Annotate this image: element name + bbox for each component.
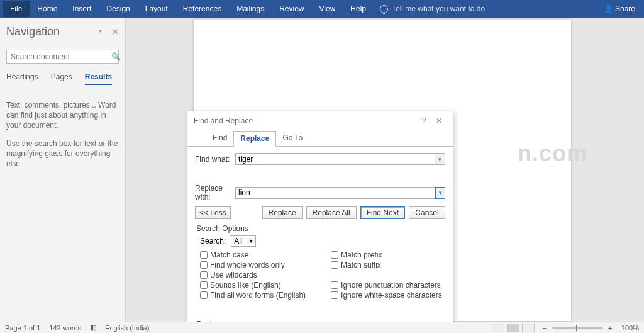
zoom-slider[interactable] [552,327,602,329]
chk-match-suffix[interactable]: Match suffix [331,261,442,269]
tab-insert[interactable]: Insert [65,1,99,17]
status-bar: Page 1 of 1 142 words ◧ English (India) … [0,322,644,333]
nav-tab-headings[interactable]: Headings [6,72,38,85]
tab-view[interactable]: View [312,1,343,17]
replace-with-combo[interactable]: ▾ [235,187,445,199]
find-what-label: Find what: [195,155,235,164]
tab-layout[interactable]: Layout [138,1,175,17]
find-replace-dialog: Find and Replace ? ✕ Find Replace Go To … [187,111,453,333]
zoom-out-button[interactable]: − [541,324,548,332]
view-print-layout[interactable] [507,324,519,332]
search-direction-label: Search: [200,237,226,246]
chk-wildcards[interactable]: Use wildcards [200,271,306,279]
chevron-down-icon: ▾ [247,238,255,244]
search-input[interactable] [7,52,109,61]
view-read-mode[interactable] [492,324,504,332]
search-options-label: Search Options [196,224,445,233]
watermark: n.com [518,140,587,167]
nav-message: Text, comments, pictures... Word can fin… [6,100,119,169]
replace-with-input[interactable] [236,188,436,198]
dialog-tabs: Find Replace Go To [187,130,453,146]
dialog-help-icon[interactable]: ? [416,116,431,125]
chk-match-case[interactable]: Match case [200,251,306,259]
dialog-close-icon[interactable]: ✕ [431,116,447,125]
zoom-level[interactable]: 100% [621,324,639,332]
tab-review[interactable]: Review [272,1,311,17]
tab-file[interactable]: File [3,1,30,17]
share-button[interactable]: 👤 Share [604,4,635,13]
chevron-down-icon[interactable]: ▾ [435,154,445,164]
nav-tab-results[interactable]: Results [85,72,112,85]
view-buttons [492,324,535,332]
tab-references[interactable]: References [175,1,229,17]
tab-home[interactable]: Home [30,1,65,17]
search-icon[interactable]: 🔍 [109,52,123,61]
nav-tab-pages[interactable]: Pages [51,72,72,85]
less-button[interactable]: << Less [195,206,231,219]
chevron-down-icon[interactable]: ▾ [435,187,445,199]
ribbon-tabs: File Home Insert Design Layout Reference… [3,1,374,17]
nav-dropdown-icon[interactable]: ▾ [99,27,102,37]
status-words[interactable]: 142 words [49,324,81,332]
find-what-combo[interactable]: ▾ [235,153,445,165]
lightbulb-icon [380,5,388,13]
tell-me-search[interactable]: Tell me what you want to do [380,4,485,13]
view-web-layout[interactable] [522,324,535,332]
dialog-tab-find[interactable]: Find [206,131,233,147]
cancel-button[interactable]: Cancel [409,206,445,219]
dialog-titlebar[interactable]: Find and Replace ? ✕ [187,111,453,130]
dialog-title: Find and Replace [194,116,416,125]
dialog-tab-replace[interactable]: Replace [233,131,276,147]
status-language[interactable]: English (India) [105,324,149,332]
nav-close-icon[interactable]: ✕ [112,27,119,37]
replace-button[interactable]: Replace [262,206,303,219]
replace-with-label: Replace with: [195,184,235,201]
chk-ignore-punct[interactable]: Ignore punctuation characters [331,281,442,290]
tab-help[interactable]: Help [343,1,374,17]
nav-search-box[interactable]: 🔍 ▾ [6,50,119,64]
tell-me-label: Tell me what you want to do [392,4,485,13]
chk-match-prefix[interactable]: Match prefix [331,251,442,259]
chk-word-forms[interactable]: Find all word forms (English) [200,291,306,300]
tab-mailings[interactable]: Mailings [229,1,272,17]
search-direction-select[interactable]: All▾ [230,235,255,247]
status-page[interactable]: Page 1 of 1 [5,324,40,332]
chk-sounds-like[interactable]: Sounds like (English) [200,281,306,290]
navigation-pane: Navigation ▾ ✕ 🔍 ▾ Headings Pages Result… [0,18,126,322]
chk-whole-words[interactable]: Find whole words only [200,261,306,269]
chk-ignore-ws[interactable]: Ignore white-space characters [331,291,442,300]
find-what-input[interactable] [236,154,435,164]
find-next-button[interactable]: Find Next [360,206,405,219]
ribbon: File Home Insert Design Layout Reference… [0,0,644,18]
nav-tabs: Headings Pages Results [6,72,119,85]
nav-title: Navigation [6,25,60,38]
replace-all-button[interactable]: Replace All [306,206,357,219]
zoom-control: − + 100% [541,324,639,332]
zoom-in-button[interactable]: + [606,324,614,332]
dialog-tab-goto[interactable]: Go To [276,131,309,147]
tab-design[interactable]: Design [99,1,137,17]
